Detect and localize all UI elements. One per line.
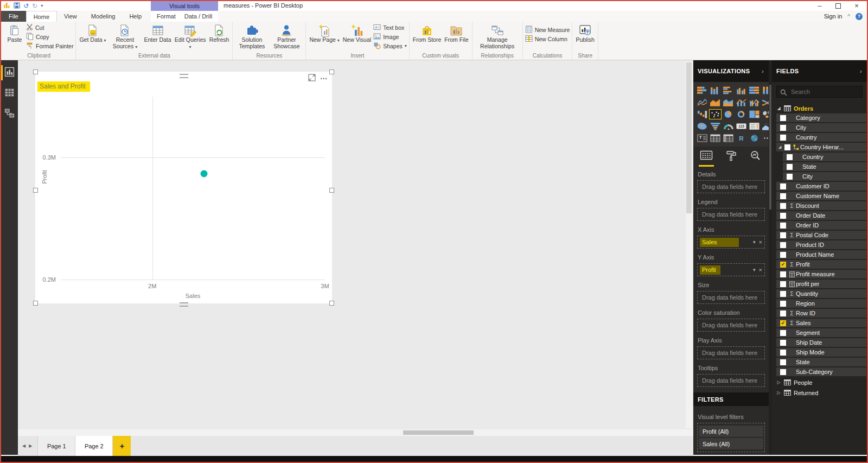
viz-type-area-icon[interactable] [709,97,722,107]
viz-type-line-icon[interactable] [696,97,709,107]
remove-field-icon[interactable]: × [759,239,762,245]
viz-type-pie-icon[interactable] [722,109,735,119]
viz-type-card-icon[interactable]: 123 [735,121,748,131]
viz-type-multi-row-card-icon[interactable] [748,121,761,131]
viz-type-filled-map-icon[interactable] [696,121,709,131]
tab-format[interactable]: Format [152,11,180,22]
signin-link[interactable]: Sign in [824,13,843,20]
field-checkbox[interactable] [780,330,786,336]
field-row-customer-name[interactable]: Customer Name [776,192,866,200]
field-checkbox[interactable] [780,183,786,189]
field-row-city[interactable]: City [783,172,866,181]
field-checkbox[interactable] [780,271,786,277]
well-dropzone-legend[interactable]: Drag data fields here [697,208,765,221]
manage-relationships-button[interactable]: Manage Relationships [475,22,520,50]
viz-type-stacked-column-icon[interactable] [709,85,722,96]
get-data-button[interactable]: Get Data ▾ [78,22,107,45]
field-row-order-id[interactable]: Order ID [776,221,866,230]
field-row-quantity[interactable]: ΣQuantity [776,289,866,298]
collapse-icon[interactable]: ◢ [776,106,781,111]
field-row-state[interactable]: State [776,358,866,366]
tab-home[interactable]: Home [26,11,57,22]
tab-modeling[interactable]: Modeling [84,11,123,22]
field-checkbox[interactable] [780,340,786,346]
scatter-point[interactable] [201,170,208,177]
viz-type-line-clustered-column-icon[interactable] [748,97,761,107]
resize-handle-nw[interactable] [33,69,38,74]
save-icon[interactable] [14,1,20,11]
tab-analytics[interactable] [750,150,761,164]
format-painter-button[interactable]: Format Painter [26,42,73,50]
publish-button[interactable]: Publish [575,22,595,45]
field-row-order-date[interactable]: Order Date [776,211,866,220]
new-page-button[interactable]: New Page ▾ [308,22,340,45]
new-visual-button[interactable]: New Visual [342,22,372,45]
field-checkbox[interactable] [780,252,786,258]
well-dropzone-color-saturation[interactable]: Drag data fields here [697,319,765,332]
well-dropzone-play-axis[interactable]: Drag data fields here [697,346,765,359]
collapse-icon[interactable]: ◢ [778,145,783,149]
from-file-button[interactable]: From File [443,22,469,45]
partner-showcase-button[interactable]: Partner Showcase [270,22,303,50]
page-nav-back-icon[interactable]: ◀ [22,443,25,448]
resize-handle-e[interactable] [329,188,334,193]
tab-data-drill[interactable]: Data / Drill [180,11,216,22]
field-row-customer-id[interactable]: Customer ID [776,182,866,191]
shapes-button[interactable]: Shapes ▾ [373,42,407,50]
field-checkbox[interactable] [780,135,786,141]
viz-type-matrix-icon[interactable] [722,133,735,143]
field-checkbox[interactable] [780,223,786,229]
report-canvas[interactable]: ⋯ Sales and Profit Profit Sales 2M3M0.2M… [18,60,693,429]
scrollbar-thumb[interactable] [403,430,474,435]
new-column-button[interactable]: New Column [525,35,570,43]
chevron-down-icon[interactable]: ▾ [753,267,756,272]
resize-handle-se[interactable] [329,301,334,306]
field-checkbox[interactable] [780,125,786,131]
field-checkbox[interactable] [780,359,786,365]
copy-button[interactable]: Copy [26,33,73,41]
edit-queries-button[interactable]: Edit Queries ▾ [174,22,207,51]
field-row-profit-per[interactable]: profit per [776,280,866,288]
viz-type-100-stacked-column-icon[interactable] [761,85,769,96]
data-view-button[interactable] [1,85,18,102]
filter-pill[interactable]: Sales (All) [699,438,763,449]
table-row-returned[interactable]: ▷Returned [772,388,867,398]
expand-icon[interactable]: ▷ [776,380,781,385]
maximize-button[interactable] [829,1,847,10]
viz-type-table-icon[interactable] [709,133,722,143]
well-dropzone-tooltips[interactable]: Drag data fields here [697,374,765,387]
well-dropzone-x-axis[interactable]: Sales▾× [697,236,765,249]
field-row-discount[interactable]: ΣDiscount [776,201,866,210]
enter-data-button[interactable]: Enter Data [143,22,172,45]
viz-type-clustered-bar-icon[interactable] [722,85,735,96]
viz-type-clustered-column-icon[interactable] [735,85,748,96]
field-pill[interactable]: Profit [700,265,720,275]
field-checkbox[interactable] [780,350,786,356]
viz-type-100-stacked-bar-icon[interactable] [748,85,761,96]
field-checkbox[interactable] [787,154,793,160]
chevron-down-icon[interactable]: ▾ [753,239,756,245]
field-row-profit-measure[interactable]: Profit measure [776,270,866,278]
field-row-product-name[interactable]: Product Name [776,250,866,259]
viz-type-stacked-bar-icon[interactable] [696,85,709,96]
visual-tools-contextual-header[interactable]: Visual tools [151,1,218,11]
field-checkbox[interactable] [780,242,786,248]
viz-type-ribbon-icon[interactable] [761,97,769,107]
close-button[interactable]: × [847,1,866,10]
field-checkbox[interactable] [780,213,786,219]
field-row-ship-mode[interactable]: Ship Mode [776,348,866,357]
from-store-button[interactable]: From Store [412,22,443,45]
paste-button[interactable]: Paste [4,22,25,45]
solution-templates-button[interactable]: Solution Templates [235,22,269,50]
viz-type-scatter-icon[interactable] [709,109,722,119]
field-row-city[interactable]: City [776,123,866,132]
field-row-profit[interactable]: ✓ΣProfit [776,260,866,269]
tab-view[interactable]: View [57,11,84,22]
tab-file[interactable]: File [1,11,26,22]
field-checkbox[interactable] [780,232,786,238]
customize-toolbar-icon[interactable]: ▾ [41,2,43,10]
field-checkbox[interactable] [780,310,786,316]
viz-type-treemap-icon[interactable] [748,109,761,119]
more-options-icon[interactable]: ⋯ [320,76,328,81]
viz-type-r-script-icon[interactable]: R [735,133,748,143]
